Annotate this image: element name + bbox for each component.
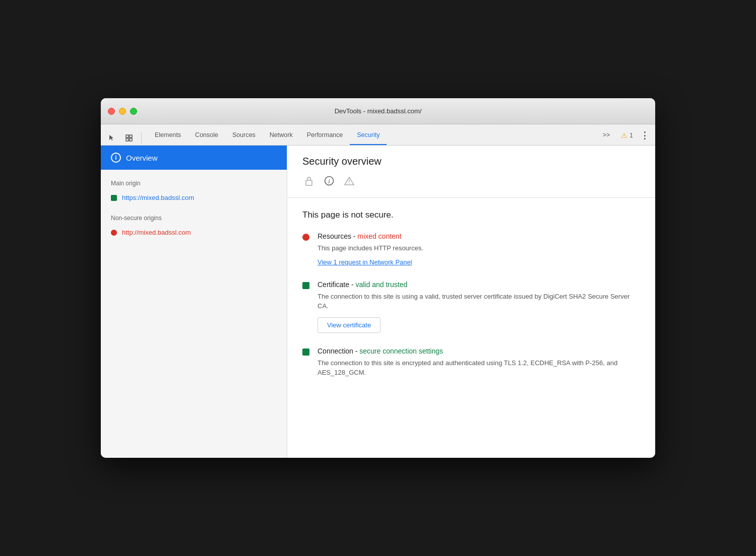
certificate-indicator — [302, 282, 309, 333]
close-button[interactable] — [108, 108, 115, 115]
connection-title-status: secure connection settings — [359, 347, 443, 355]
titlebar: DevTools - mixed.badssl.com/ — [101, 98, 655, 124]
sidebar-item-non-secure-origin[interactable]: http://mixed.badssl.com — [101, 226, 287, 239]
svg-rect-3 — [130, 138, 132, 141]
insecure-indicator — [111, 230, 117, 236]
svg-text:!: ! — [348, 179, 350, 185]
tab-performance[interactable]: Performance — [300, 126, 350, 145]
main-origin-label: Main origin — [101, 170, 287, 191]
tab-security[interactable]: Security — [350, 126, 387, 145]
resources-title-status: mixed content — [357, 232, 401, 240]
window-title: DevTools - mixed.badssl.com/ — [335, 107, 422, 115]
secure-indicator — [111, 195, 117, 201]
certificate-title: Certificate - valid and trusted — [318, 281, 640, 289]
svg-text:i: i — [328, 178, 330, 185]
non-secure-origins-label: Non-secure origins — [101, 204, 287, 226]
connection-description: The connection to this site is encrypted… — [318, 358, 640, 378]
more-options-button[interactable]: ⋮ — [637, 128, 651, 143]
tab-network[interactable]: Network — [263, 126, 300, 145]
tabbar-right: >> ⚠ 1 ⋮ — [596, 126, 651, 145]
tab-elements[interactable]: Elements — [148, 126, 188, 145]
connection-content: Connection - secure connection settings … — [318, 347, 640, 382]
main-origin-url[interactable]: https://mixed.badssl.com — [122, 194, 194, 201]
tabbar-icons — [105, 131, 144, 145]
tab-sources[interactable]: Sources — [225, 126, 263, 145]
certificate-square — [302, 282, 309, 289]
resources-indicator — [302, 234, 309, 266]
warning-icon: ⚠ — [621, 131, 627, 140]
resources-title-prefix: Resources - — [318, 232, 357, 240]
connection-item: Connection - secure connection settings … — [302, 347, 640, 382]
non-secure-origin-url[interactable]: http://mixed.badssl.com — [122, 229, 191, 236]
tab-divider — [141, 132, 142, 144]
warning-count: 1 — [629, 132, 633, 139]
panel-title: Security overview — [302, 156, 640, 167]
connection-title: Connection - secure connection settings — [318, 347, 640, 355]
traffic-lights — [108, 108, 137, 115]
content-body: This page is not secure. Resources - mix… — [287, 198, 655, 408]
content-header: Security overview i — [287, 146, 655, 198]
certificate-item: Certificate - valid and trusted The conn… — [302, 281, 640, 333]
resources-item: Resources - mixed content This page incl… — [302, 232, 640, 266]
main-content: i Overview Main origin https://mixed.bad… — [101, 146, 655, 458]
certificate-title-status: valid and trusted — [355, 281, 407, 289]
resources-title: Resources - mixed content — [318, 232, 423, 240]
svg-rect-4 — [306, 180, 312, 185]
info-icon: i — [111, 153, 121, 163]
view-certificate-button[interactable]: View certificate — [318, 317, 381, 333]
more-tabs-button[interactable]: >> — [596, 126, 617, 145]
tab-console[interactable]: Console — [188, 126, 225, 145]
connection-indicator — [302, 349, 309, 382]
warning-triangle-icon: ! — [343, 174, 356, 187]
sidebar-item-main-origin[interactable]: https://mixed.badssl.com — [101, 191, 287, 204]
tabbar: Elements Console Sources Network Perform… — [101, 124, 655, 146]
connection-square — [302, 349, 309, 356]
svg-rect-1 — [130, 135, 132, 137]
page-status: This page is not secure. — [302, 210, 640, 220]
cursor-icon[interactable] — [105, 131, 119, 145]
overview-label: Overview — [126, 154, 158, 162]
devtools-window: DevTools - mixed.badssl.com/ Elements — [101, 98, 655, 458]
security-status-icons: i ! — [302, 174, 640, 192]
certificate-title-prefix: Certificate - — [318, 281, 355, 289]
inspect-icon[interactable] — [122, 131, 136, 145]
certificate-description: The connection to this site is using a v… — [318, 292, 640, 311]
sidebar: i Overview Main origin https://mixed.bad… — [101, 146, 287, 458]
svg-rect-0 — [126, 135, 129, 137]
minimize-button[interactable] — [119, 108, 126, 115]
resources-description: This page includes HTTP resources. — [318, 243, 423, 253]
info-circle-icon: i — [323, 174, 336, 187]
resources-dot — [302, 234, 309, 241]
tabs: Elements Console Sources Network Perform… — [148, 124, 387, 145]
sidebar-item-overview[interactable]: i Overview — [101, 146, 287, 170]
resources-content: Resources - mixed content This page incl… — [318, 232, 423, 266]
security-panel: Security overview i — [287, 146, 655, 458]
view-network-panel-link[interactable]: View 1 request in Network Panel — [318, 258, 412, 266]
warning-badge[interactable]: ⚠ 1 — [621, 131, 633, 140]
connection-title-prefix: Connection - — [318, 347, 359, 355]
maximize-button[interactable] — [130, 108, 137, 115]
svg-rect-2 — [126, 138, 129, 141]
lock-icon — [302, 174, 316, 187]
indicator-arrow — [302, 192, 640, 197]
certificate-content: Certificate - valid and trusted The conn… — [318, 281, 640, 333]
